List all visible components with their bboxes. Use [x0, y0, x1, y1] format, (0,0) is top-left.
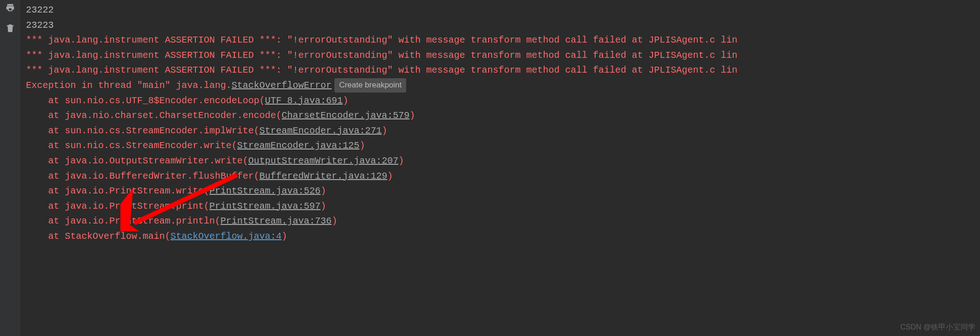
source-link[interactable]: OutputStreamWriter.java:207 — [248, 156, 398, 166]
stack-frame-text: at java.io.PrintStream.print( — [26, 201, 209, 212]
stack-frame-text: ) — [359, 140, 365, 151]
stack-frame-text: ) — [320, 201, 326, 212]
source-link[interactable]: PrintStream.java:736 — [220, 216, 332, 226]
create-breakpoint-hint[interactable]: Create breakpoint — [334, 78, 406, 93]
console-line: at sun.nio.cs.StreamEncoder.write(Stream… — [26, 138, 974, 154]
source-link[interactable]: StackOverflow.java:4 — [170, 231, 282, 242]
stack-frame-text: at sun.nio.cs.UTF_8$Encoder.encodeLoop( — [26, 95, 265, 106]
stack-frame-text: at java.io.OutputStreamWriter.write( — [26, 156, 248, 166]
console-line: at java.io.PrintStream.print(PrintStream… — [26, 199, 974, 214]
exception-link[interactable]: StackOverflowError — [232, 80, 332, 91]
console-line: at java.io.PrintStream.write(PrintStream… — [26, 184, 974, 199]
console-line: at java.nio.charset.CharsetEncoder.encod… — [26, 108, 974, 124]
source-link[interactable]: StreamEncoder.java:125 — [237, 140, 359, 151]
console-line: at java.io.OutputStreamWriter.write(Outp… — [26, 154, 974, 169]
stack-frame-text: ) — [320, 186, 326, 196]
source-link[interactable]: BufferedWriter.java:129 — [259, 171, 387, 181]
console-line: *** java.lang.instrument ASSERTION FAILE… — [26, 63, 974, 78]
stack-frame-text: at StackOverflow.main( — [26, 231, 170, 242]
stack-frame-text: at sun.nio.cs.StreamEncoder.implWrite( — [26, 125, 259, 136]
source-link[interactable]: StreamEncoder.java:271 — [259, 125, 382, 136]
source-link[interactable]: PrintStream.java:597 — [209, 201, 320, 212]
stack-frame-text: at java.nio.charset.CharsetEncoder.encod… — [26, 110, 282, 121]
console-gutter — [0, 0, 20, 336]
source-link[interactable]: PrintStream.java:526 — [209, 186, 320, 196]
console-line: at sun.nio.cs.StreamEncoder.implWrite(St… — [26, 124, 974, 139]
stack-frame-text: ) — [398, 156, 404, 166]
stdout-text: 23223 — [26, 20, 54, 31]
stack-frame-text: ) — [282, 231, 287, 242]
console-line: at java.io.BufferedWriter.flushBuffer(Bu… — [26, 169, 974, 184]
console-line: 23223 — [26, 18, 974, 33]
console-line: at java.io.PrintStream.println(PrintStre… — [26, 214, 974, 229]
source-link[interactable]: CharsetEncoder.java:579 — [282, 110, 409, 121]
stderr-text: *** java.lang.instrument ASSERTION FAILE… — [26, 50, 737, 61]
stack-frame-text: ) — [409, 110, 415, 121]
stack-frame-text: ) — [382, 125, 387, 136]
stdout-text: 23222 — [26, 5, 54, 15]
console-line: at sun.nio.cs.UTF_8$Encoder.encodeLoop(U… — [26, 93, 974, 109]
stack-frame-text: ) — [343, 95, 348, 106]
stack-frame-text: at sun.nio.cs.StreamEncoder.write( — [26, 140, 237, 151]
stack-frame-text: at java.io.PrintStream.println( — [26, 216, 220, 226]
console-line: 23222 — [26, 3, 974, 18]
trash-icon[interactable] — [5, 23, 15, 39]
console-line: *** java.lang.instrument ASSERTION FAILE… — [26, 48, 974, 63]
console-line: *** java.lang.instrument ASSERTION FAILE… — [26, 33, 974, 48]
console-line: Exception in thread "main" java.lang.Sta… — [26, 78, 974, 93]
stack-frame-text: at java.io.BufferedWriter.flushBuffer( — [26, 171, 259, 181]
stack-frame-text: ) — [332, 216, 337, 226]
stack-frame-text: at java.io.PrintStream.write( — [26, 186, 209, 196]
watermark: CSDN @铁甲小宝同学 — [900, 321, 975, 333]
console-output[interactable]: 2322223223*** java.lang.instrument ASSER… — [20, 0, 980, 336]
stack-frame-text: ) — [387, 171, 393, 181]
stderr-text: Exception in thread "main" java.lang. — [26, 80, 232, 91]
print-icon[interactable] — [5, 3, 15, 19]
stderr-text: *** java.lang.instrument ASSERTION FAILE… — [26, 65, 737, 75]
console-line: at StackOverflow.main(StackOverflow.java… — [26, 229, 974, 244]
stderr-text: *** java.lang.instrument ASSERTION FAILE… — [26, 35, 737, 45]
source-link[interactable]: UTF_8.java:691 — [265, 95, 343, 106]
